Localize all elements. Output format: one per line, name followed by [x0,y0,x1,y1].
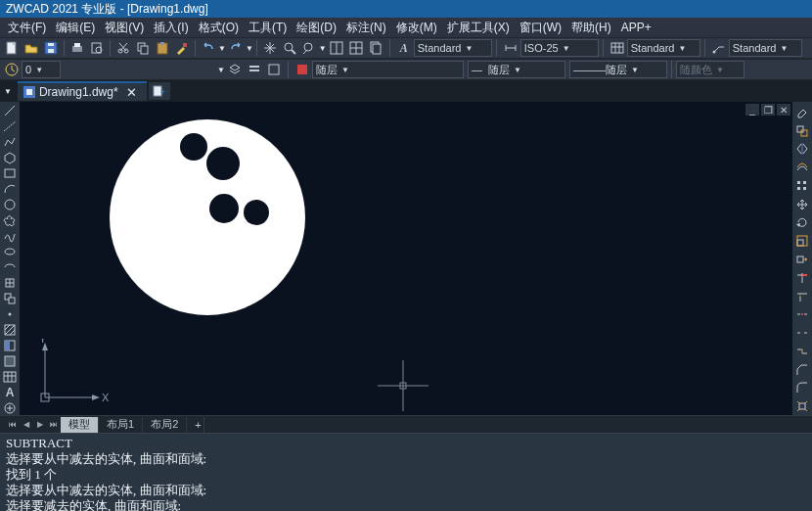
tab-nav-next-icon[interactable]: ▶ [33,418,47,432]
rectangle-icon[interactable] [1,166,19,181]
make-block-icon[interactable] [1,291,19,305]
cut-icon[interactable] [113,38,133,58]
canvas-minimize-icon[interactable]: _ [745,104,759,116]
tab-list-dropdown-icon[interactable]: ▼ [4,87,12,96]
menu-view[interactable]: 视图(V) [101,18,148,38]
textstyle-combo[interactable]: Standard▼ [414,39,492,57]
dimstyle-combo[interactable]: ISO-25▼ [520,39,599,57]
revcloud-icon[interactable] [1,213,19,228]
menu-app[interactable]: APP+ [617,19,655,36]
preview-icon[interactable] [87,38,107,58]
rotate-icon[interactable] [792,214,812,232]
mtext-icon[interactable]: A [1,385,19,399]
tab-layout-add-icon[interactable]: + [187,417,204,433]
ellipse-icon[interactable] [1,245,19,259]
break-point-icon[interactable] [792,305,812,323]
point-icon[interactable] [1,306,19,321]
menu-help[interactable]: 帮助(H) [567,18,615,38]
drawing-canvas[interactable]: _ ❐ ✕ Y X [20,102,792,415]
new-icon[interactable] [2,38,22,58]
canvas-restore-icon[interactable]: ❐ [761,104,775,116]
redo-dropdown-icon[interactable]: ▼ [246,44,253,53]
gradient-icon[interactable] [1,338,19,352]
extend-icon[interactable] [792,288,812,305]
tablestyle-icon[interactable] [608,38,627,58]
clock-recent-icon[interactable] [2,60,22,79]
explode-icon[interactable] [792,397,812,415]
color-swatch-icon[interactable] [293,60,312,79]
menu-edit[interactable]: 编辑(E) [52,18,99,38]
open-icon[interactable] [22,38,41,58]
recent-combo[interactable]: 0▼ [22,61,61,78]
fillet-icon[interactable] [792,379,812,396]
save-icon[interactable] [41,38,61,58]
offset-icon[interactable] [792,159,812,176]
ellipse-arc-icon[interactable] [1,260,19,275]
menu-file[interactable]: 文件(F) [4,18,50,38]
tablestyle-combo[interactable]: Standard▼ [627,39,700,57]
print-icon[interactable] [68,38,87,58]
doc-tab-drawing1[interactable]: Drawing1.dwg* ✕ [18,81,147,101]
zoom-prev-icon[interactable] [299,38,319,58]
layer-prop-icon[interactable] [225,60,245,79]
line-icon[interactable] [1,104,19,118]
trim-icon[interactable] [792,269,812,287]
menu-modify[interactable]: 修改(M) [392,18,441,38]
copy-icon[interactable] [133,38,153,58]
tab-model[interactable]: 模型 [61,417,99,433]
undo-icon[interactable] [199,38,218,58]
undo-dropdown-icon[interactable]: ▼ [218,44,226,53]
erase-icon[interactable] [792,104,812,121]
match-prop-icon[interactable] [172,38,192,58]
linetype-combo[interactable]: —随层▼ [468,61,565,78]
menu-draw[interactable]: 绘图(D) [293,18,340,38]
tab-add-button[interactable]: + [149,82,170,100]
move-icon[interactable] [792,196,812,213]
construction-line-icon[interactable] [1,119,19,134]
addselected-icon[interactable] [1,400,19,415]
menu-insert[interactable]: 插入(I) [150,18,192,38]
toolbar-dropdown-icon[interactable]: ▼ [217,66,225,74]
sheet-set-icon[interactable] [366,38,385,58]
tab-layout2[interactable]: 布局2 [143,417,187,433]
textstyle-select-icon[interactable]: A [394,38,414,58]
scale-icon[interactable] [792,232,812,250]
menu-window[interactable]: 窗口(W) [516,18,565,38]
plotstyle-combo[interactable]: 随颜色▼ [676,61,744,78]
stretch-icon[interactable] [792,251,812,268]
chamfer-icon[interactable] [792,361,812,379]
menu-dim[interactable]: 标注(N) [342,18,390,38]
mleaderstyle-icon[interactable] [709,38,729,58]
lineweight-combo[interactable]: ———随层▼ [569,61,667,78]
join-icon[interactable] [792,343,812,360]
circle-icon[interactable] [1,198,19,212]
menu-tools[interactable]: 工具(T) [245,18,291,38]
hatch-icon[interactable] [1,322,19,337]
spline-icon[interactable] [1,229,19,244]
array-icon[interactable] [792,177,812,195]
pan-icon[interactable] [260,38,280,58]
arc-icon[interactable] [1,182,19,197]
menu-format[interactable]: 格式(O) [195,18,243,38]
canvas-close-icon[interactable]: ✕ [777,104,790,116]
layer-state-icon[interactable] [245,60,264,79]
color-layer-combo[interactable]: 随层▼ [312,61,464,78]
layer-freeze-icon[interactable] [264,60,284,79]
command-window[interactable]: SUBTRACT 选择要从中减去的实体, 曲面和面域: 找到 1 个 选择要从中… [0,433,812,511]
tab-layout1[interactable]: 布局1 [99,417,143,433]
viewport-icon[interactable] [327,38,346,58]
menu-ext[interactable]: 扩展工具(X) [443,18,514,38]
dimstyle-icon[interactable] [501,38,520,58]
break-icon[interactable] [792,324,812,342]
tab-nav-last-icon[interactable]: ⏭ [47,418,61,432]
tab-nav-first-icon[interactable]: ⏮ [6,418,20,432]
named-view-icon[interactable] [346,38,366,58]
insert-block-icon[interactable] [1,275,19,290]
polygon-icon[interactable] [1,151,19,165]
redo-icon[interactable] [226,38,246,58]
paste-icon[interactable] [153,38,172,58]
mirror-icon[interactable] [792,141,812,159]
tab-nav-prev-icon[interactable]: ◀ [20,418,33,432]
region-icon[interactable] [1,353,19,368]
polyline-icon[interactable] [1,135,19,150]
